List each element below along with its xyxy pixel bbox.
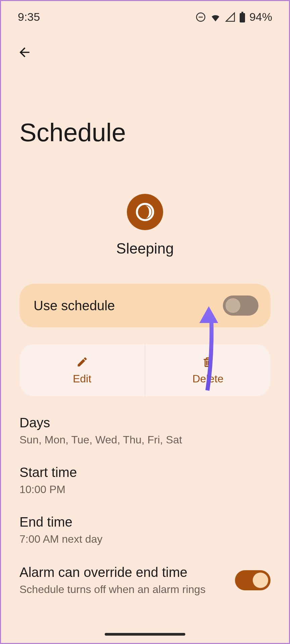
start-time-value: 10:00 PM bbox=[19, 483, 271, 496]
back-button[interactable] bbox=[14, 42, 35, 62]
end-time-setting[interactable]: End time 7:00 AM next day bbox=[19, 515, 271, 545]
end-time-title: End time bbox=[19, 515, 271, 530]
svg-rect-3 bbox=[241, 12, 243, 13]
moon-icon bbox=[135, 202, 155, 222]
mode-icon-circle bbox=[127, 194, 163, 230]
annotation-arrow bbox=[199, 306, 226, 393]
use-schedule-card[interactable]: Use schedule bbox=[19, 284, 271, 327]
pencil-icon bbox=[76, 356, 88, 368]
days-value: Sun, Mon, Tue, Wed, Thu, Fri, Sat bbox=[19, 434, 271, 446]
action-row: Edit Delete bbox=[19, 344, 271, 396]
edit-button[interactable]: Edit bbox=[19, 344, 145, 396]
days-setting[interactable]: Days Sun, Mon, Tue, Wed, Thu, Fri, Sat bbox=[19, 415, 271, 446]
dnd-icon bbox=[196, 12, 206, 22]
wifi-icon bbox=[210, 11, 221, 23]
start-time-title: Start time bbox=[19, 465, 271, 480]
mode-label: Sleeping bbox=[116, 240, 174, 257]
alarm-override-setting[interactable]: Alarm can override end time Schedule tur… bbox=[19, 565, 271, 596]
nav-bar[interactable] bbox=[105, 633, 185, 636]
use-schedule-label: Use schedule bbox=[34, 298, 115, 313]
svg-rect-2 bbox=[240, 13, 245, 22]
alarm-subtitle: Schedule turns off when an alarm rings bbox=[19, 583, 235, 596]
battery-icon bbox=[239, 12, 245, 22]
toggle-thumb bbox=[226, 298, 240, 313]
status-bar: 9:35 94% bbox=[1, 1, 289, 29]
start-time-setting[interactable]: Start time 10:00 PM bbox=[19, 465, 271, 496]
page-title: Schedule bbox=[19, 118, 289, 147]
toggle-thumb bbox=[253, 573, 268, 588]
alarm-title: Alarm can override end time bbox=[19, 565, 235, 580]
alarm-toggle[interactable] bbox=[235, 570, 271, 590]
end-time-value: 7:00 AM next day bbox=[19, 533, 271, 545]
battery-percent: 94% bbox=[249, 10, 272, 23]
status-time: 9:35 bbox=[18, 10, 40, 23]
edit-label: Edit bbox=[73, 373, 91, 385]
use-schedule-toggle[interactable] bbox=[223, 296, 258, 316]
alarm-text: Alarm can override end time Schedule tur… bbox=[19, 565, 235, 596]
back-arrow-icon bbox=[17, 45, 32, 60]
days-title: Days bbox=[19, 415, 271, 430]
status-icons: 94% bbox=[196, 10, 272, 23]
mode-section: Sleeping bbox=[1, 194, 289, 257]
signal-icon bbox=[225, 12, 235, 22]
